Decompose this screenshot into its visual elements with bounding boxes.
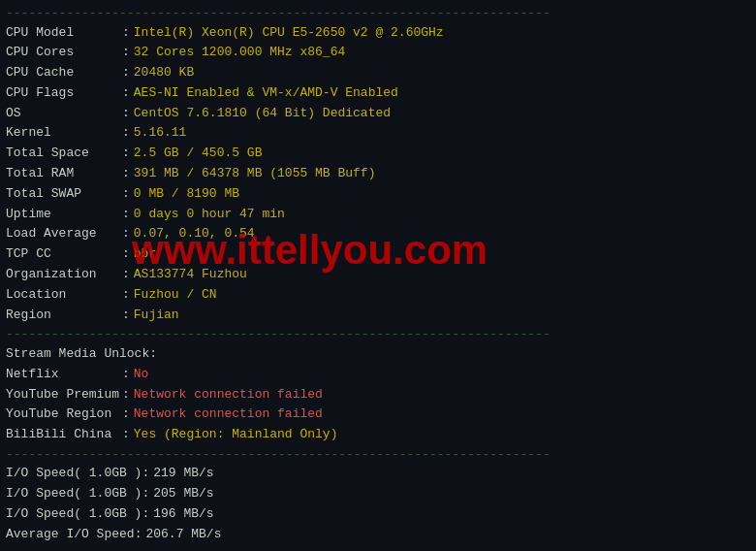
value-io-avg: 206.7 MB/s: [145, 525, 221, 545]
value-uptime: 0 days 0 hour 47 min: [134, 205, 285, 225]
label-cpu-model: CPU Model: [6, 23, 122, 44]
label-cpu-cache: CPU Cache: [6, 63, 122, 83]
row-io-1: I/O Speed( 1.0GB ) : 219 MB/s: [6, 464, 750, 484]
value-io-3: 196 MB/s: [153, 504, 213, 525]
row-organization: Organization : AS133774 Fuzhou: [6, 265, 750, 285]
label-total-swap: Total SWAP: [6, 184, 122, 205]
divider-io: ----------------------------------------…: [6, 445, 750, 465]
label-cpu-cores: CPU Cores: [6, 43, 122, 63]
label-kernel: Kernel: [6, 123, 122, 144]
sep-cpu-cores: :: [122, 43, 130, 63]
sep-io-3: :: [142, 504, 149, 525]
label-total-space: Total Space: [6, 144, 122, 164]
value-os: CentOS 7.6.1810 (64 Bit) Dedicated: [134, 104, 391, 124]
label-os: OS: [6, 104, 122, 124]
row-kernel: Kernel : 5.16.11: [6, 123, 750, 144]
label-youtube-premium: YouTube Premium: [6, 385, 122, 405]
sep-tcp-cc: :: [122, 244, 130, 265]
label-uptime: Uptime: [6, 205, 122, 225]
sep-total-space: :: [122, 144, 130, 164]
value-organization: AS133774 Fuzhou: [134, 265, 247, 285]
label-io-1: I/O Speed( 1.0GB ): [6, 464, 142, 484]
sep-cpu-cache: :: [122, 63, 130, 83]
label-io-3: I/O Speed( 1.0GB ): [6, 504, 142, 525]
label-region: Region: [6, 306, 122, 326]
media-section: Stream Media Unlock : Netflix : No YouTu…: [6, 344, 750, 445]
sep-location: :: [122, 285, 130, 306]
value-load-average: 0.07, 0.10, 0.54: [134, 224, 255, 244]
value-youtube-region: Network connection failed: [134, 405, 323, 425]
label-youtube-region: YouTube Region: [6, 405, 122, 425]
sep-total-swap: :: [122, 184, 130, 205]
sep-youtube-premium: :: [122, 385, 130, 405]
label-bilibili: BiliBili China: [6, 425, 122, 445]
sep-organization: :: [122, 265, 130, 285]
sep-io-2: :: [142, 484, 149, 504]
row-uptime: Uptime : 0 days 0 hour 47 min: [6, 205, 750, 225]
value-netflix: No: [134, 365, 149, 385]
sep-io-avg: :: [135, 525, 142, 545]
io-section: I/O Speed( 1.0GB ) : 219 MB/s I/O Speed(…: [6, 464, 750, 544]
value-total-space: 2.5 GB / 450.5 GB: [134, 144, 263, 164]
value-cpu-cache: 20480 KB: [134, 63, 194, 83]
divider-top: ----------------------------------------…: [6, 4, 750, 23]
value-cpu-flags: AES-NI Enabled & VM-x/AMD-V Enabled: [134, 83, 398, 104]
sep-bilibili: :: [122, 425, 130, 445]
row-netflix: Netflix : No: [6, 365, 750, 385]
label-total-ram: Total RAM: [6, 164, 122, 184]
label-location: Location: [6, 285, 122, 306]
value-cpu-model: Intel(R) Xeon(R) CPU E5-2650 v2 @ 2.60GH…: [134, 23, 444, 44]
system-section: CPU Model : Intel(R) Xeon(R) CPU E5-2650…: [6, 23, 750, 326]
sep-region: :: [122, 306, 130, 326]
divider-media: ----------------------------------------…: [6, 325, 750, 344]
row-total-space: Total Space : 2.5 GB / 450.5 GB: [6, 144, 750, 164]
value-total-swap: 0 MB / 8190 MB: [134, 184, 239, 205]
row-io-2: I/O Speed( 1.0GB ) : 205 MB/s: [6, 484, 750, 504]
label-stream-header: Stream Media Unlock: [6, 344, 149, 365]
row-location: Location : Fuzhou / CN: [6, 285, 750, 306]
row-total-ram: Total RAM : 391 MB / 64378 MB (1055 MB B…: [6, 164, 750, 184]
value-io-2: 205 MB/s: [153, 484, 213, 504]
divider-geekbench: ----------------------------------------…: [6, 545, 750, 551]
sep-netflix: :: [122, 365, 130, 385]
value-kernel: 5.16.11: [134, 123, 187, 144]
sep-load-average: :: [122, 224, 130, 244]
sep-io-1: :: [142, 464, 149, 484]
label-tcp-cc: TCP CC: [6, 244, 122, 265]
label-organization: Organization: [6, 265, 122, 285]
row-os: OS : CentOS 7.6.1810 (64 Bit) Dedicated: [6, 104, 750, 124]
sep-kernel: :: [122, 123, 130, 144]
sep-cpu-flags: :: [122, 83, 130, 104]
value-io-1: 219 MB/s: [153, 464, 213, 484]
row-load-average: Load Average : 0.07, 0.10, 0.54: [6, 224, 750, 244]
row-youtube-premium: YouTube Premium : Network connection fai…: [6, 385, 750, 405]
value-cpu-cores: 32 Cores 1200.000 MHz x86_64: [134, 43, 345, 63]
sep-stream-header: :: [149, 344, 157, 365]
value-total-ram: 391 MB / 64378 MB (1055 MB Buff): [134, 164, 376, 184]
sep-cpu-model: :: [122, 23, 130, 44]
sep-uptime: :: [122, 205, 130, 225]
row-io-avg: Average I/O Speed : 206.7 MB/s: [6, 525, 750, 545]
value-youtube-premium: Network connection failed: [134, 385, 323, 405]
row-cpu-cache: CPU Cache : 20480 KB: [6, 63, 750, 83]
row-bilibili: BiliBili China : Yes (Region: Mainland O…: [6, 425, 750, 445]
label-io-2: I/O Speed( 1.0GB ): [6, 484, 142, 504]
sep-total-ram: :: [122, 164, 130, 184]
label-netflix: Netflix: [6, 365, 122, 385]
label-io-avg: Average I/O Speed: [6, 525, 135, 545]
sep-os: :: [122, 104, 130, 124]
row-cpu-model: CPU Model : Intel(R) Xeon(R) CPU E5-2650…: [6, 23, 750, 44]
row-total-swap: Total SWAP : 0 MB / 8190 MB: [6, 184, 750, 205]
value-location: Fuzhou / CN: [134, 285, 217, 306]
row-region: Region : Fujian: [6, 306, 750, 326]
row-youtube-region: YouTube Region : Network connection fail…: [6, 405, 750, 425]
row-io-3: I/O Speed( 1.0GB ) : 196 MB/s: [6, 504, 750, 525]
value-tcp-cc: bbr: [134, 244, 156, 265]
row-cpu-flags: CPU Flags : AES-NI Enabled & VM-x/AMD-V …: [6, 83, 750, 104]
value-bilibili: Yes (Region: Mainland Only): [134, 425, 338, 445]
label-cpu-flags: CPU Flags: [6, 83, 122, 104]
row-cpu-cores: CPU Cores : 32 Cores 1200.000 MHz x86_64: [6, 43, 750, 63]
value-region: Fujian: [134, 306, 179, 326]
row-tcp-cc: TCP CC : bbr: [6, 244, 750, 265]
row-stream-header: Stream Media Unlock :: [6, 344, 750, 365]
